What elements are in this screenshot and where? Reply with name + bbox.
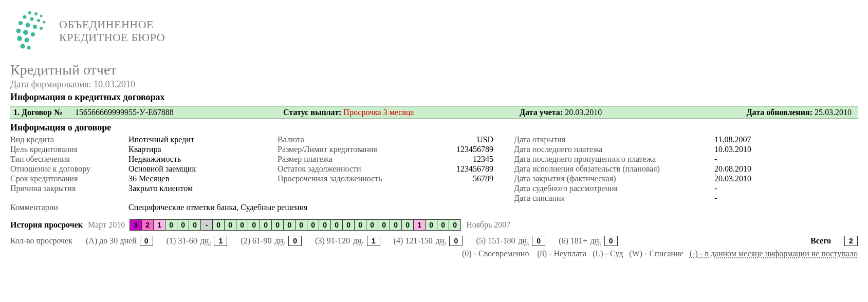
history-cell: 0 bbox=[342, 219, 355, 231]
svg-point-4 bbox=[30, 17, 34, 21]
v-writeoff: - bbox=[714, 194, 791, 203]
k-open-date: Дата открытия bbox=[514, 135, 714, 144]
g4: (4) 121-150 bbox=[394, 236, 433, 246]
history-cell: 0 bbox=[260, 219, 272, 231]
k-relation: Отношение к договору bbox=[10, 164, 128, 174]
g0: (А) до 30 дней bbox=[86, 236, 137, 246]
k-credit-type: Вид кредита bbox=[10, 135, 128, 144]
history-cell: 0 bbox=[330, 219, 343, 231]
history-cell: 0 bbox=[307, 219, 319, 231]
svg-point-6 bbox=[43, 21, 46, 24]
overdue-history: История просрочек Март 2010 321000-00000… bbox=[10, 219, 858, 231]
update-date-label: Дата обновления: bbox=[747, 108, 812, 117]
days2: дн. bbox=[274, 236, 285, 246]
svg-point-10 bbox=[40, 27, 43, 30]
brand-text: ОБЪЕДИНЕННОЕ КРЕДИТНОЕ БЮРО bbox=[59, 18, 165, 44]
k-closed: Дата закрытия (фактическая) bbox=[514, 174, 714, 183]
legend-L: (L) - Суд bbox=[593, 249, 623, 258]
v-credit-type: Ипотечный кредит bbox=[128, 135, 278, 144]
history-cell: 0 bbox=[224, 219, 236, 231]
v-close-reason: Закрыто клиентом bbox=[128, 184, 278, 193]
v6: 0 bbox=[604, 236, 618, 246]
history-cell: 2 bbox=[141, 219, 154, 231]
k-overdue: Просроченная задолженность bbox=[278, 174, 427, 183]
v-payment: 12345 bbox=[427, 155, 493, 164]
status-value: Просрочка 3 месяца bbox=[343, 108, 414, 117]
v-overdue: 56789 bbox=[427, 174, 493, 183]
svg-point-2 bbox=[40, 15, 43, 17]
brand-line2: КРЕДИТНОЕ БЮРО bbox=[59, 31, 165, 44]
g6: (6) 181+ bbox=[559, 236, 587, 246]
history-cell: 0 bbox=[378, 219, 390, 231]
k-currency: Валюта bbox=[278, 135, 427, 144]
k-limit: Размер/Лимит кредитования bbox=[278, 145, 427, 154]
history-cell: 0 bbox=[271, 219, 284, 231]
total-label: Всего bbox=[810, 236, 831, 246]
k-term: Срок кредитования bbox=[10, 174, 128, 183]
report-date: Дата формирования: 10.03.2010 bbox=[10, 79, 858, 90]
v-court: - bbox=[714, 184, 791, 193]
days1: дн. bbox=[200, 236, 211, 246]
v3: 1 bbox=[367, 236, 380, 246]
v2: 0 bbox=[288, 236, 302, 246]
history-cell: 0 bbox=[189, 219, 201, 231]
g2: (2) 61-90 bbox=[241, 236, 271, 246]
days6: дн. bbox=[590, 236, 601, 246]
history-cell: 0 bbox=[177, 219, 189, 231]
history-cell: 0 bbox=[449, 219, 461, 231]
k-comments: Комментарии bbox=[10, 203, 128, 212]
record-date-value: 20.03.2010 bbox=[565, 108, 602, 117]
history-cell: 1 bbox=[153, 219, 165, 231]
history-end: Ноябрь 2007 bbox=[466, 220, 510, 230]
report-date-label: Дата формирования: bbox=[10, 79, 91, 89]
counts-label: Кол-во просрочек bbox=[10, 236, 72, 246]
v4: 0 bbox=[449, 236, 463, 246]
history-cell: 0 bbox=[295, 219, 307, 231]
report-header: ОБЪЕДИНЕННОЕ КРЕДИТНОЕ БЮРО bbox=[10, 8, 858, 54]
history-cell: 0 bbox=[390, 219, 402, 231]
legend-8: (8) - Неуплата bbox=[537, 249, 586, 258]
v-open-date: 11.08.2007 bbox=[714, 135, 791, 144]
history-cell: 0 bbox=[366, 219, 378, 231]
history-cell: 0 bbox=[248, 219, 260, 231]
v-last-missed: - bbox=[714, 155, 791, 164]
v0: 0 bbox=[140, 236, 153, 246]
v-limit: 123456789 bbox=[427, 145, 493, 154]
history-cell: 0 bbox=[283, 219, 296, 231]
v-currency: USD bbox=[427, 135, 493, 144]
k-purpose: Цель кредитования bbox=[10, 145, 128, 154]
history-cell: 0 bbox=[354, 219, 366, 231]
k-court: Дата судебного рассмотрения bbox=[514, 184, 714, 193]
k-writeoff: Дата списания bbox=[514, 194, 714, 203]
svg-point-3 bbox=[23, 15, 27, 19]
status-label: Статус выплат: bbox=[283, 108, 341, 117]
history-cells: 321000-000000000000000001000 bbox=[130, 219, 461, 231]
k-close-reason: Причина закрытия bbox=[10, 184, 128, 193]
contract-info-title: Информация о договоре bbox=[10, 122, 858, 133]
k-last-pay: Дата последнего платежа bbox=[514, 145, 714, 154]
report-date-value: 10.03.2010 bbox=[94, 79, 135, 89]
k-planned: Дата исполнения обязательств (плановая) bbox=[514, 164, 714, 174]
section-title: Информация о кредитных договорах bbox=[10, 92, 858, 103]
svg-point-11 bbox=[16, 29, 21, 33]
history-cell: 0 bbox=[425, 219, 437, 231]
svg-point-15 bbox=[25, 38, 29, 43]
history-cell: 3 bbox=[130, 219, 142, 231]
contract-no-label: 1. Договор № bbox=[13, 108, 62, 117]
v1: 1 bbox=[214, 236, 227, 246]
svg-point-9 bbox=[33, 25, 37, 29]
svg-point-14 bbox=[17, 36, 22, 41]
history-cell: 0 bbox=[401, 219, 414, 231]
v5: 0 bbox=[532, 236, 545, 246]
v-collateral: Недвижимость bbox=[128, 155, 278, 164]
logo-icon bbox=[10, 8, 51, 54]
g1: (1) 31-60 bbox=[167, 236, 197, 246]
comments-row: Комментарии Специфические отметки банка,… bbox=[10, 203, 858, 212]
history-cell: 0 bbox=[319, 219, 331, 231]
contract-summary-bar: 1. Договор № 156566669999955-У-Е67888 Ст… bbox=[10, 106, 858, 119]
v-last-pay: 10.03.2010 bbox=[714, 145, 791, 154]
days3: дн. bbox=[353, 236, 364, 246]
k-balance: Остаток задолженности bbox=[278, 164, 427, 174]
brand-line1: ОБЪЕДИНЕННОЕ bbox=[59, 18, 165, 31]
contract-details: Вид кредита Цель кредитования Тип обеспе… bbox=[10, 135, 858, 203]
